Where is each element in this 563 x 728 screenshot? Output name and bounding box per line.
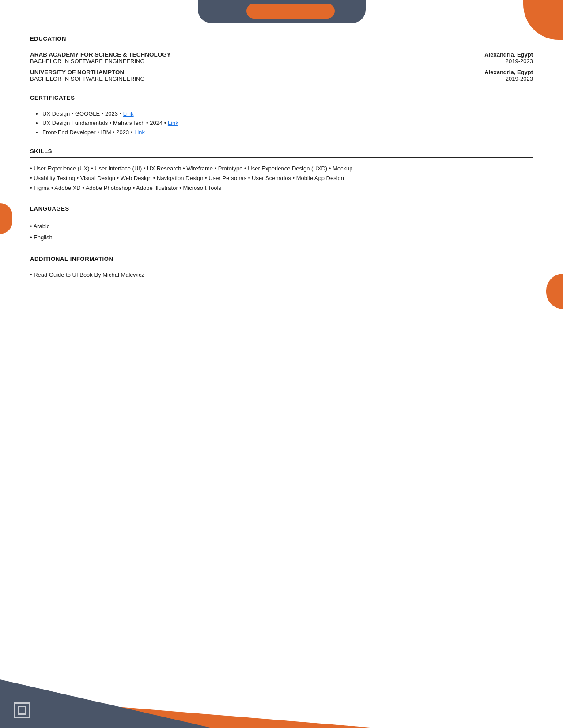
right-accent xyxy=(546,274,563,309)
top-right-corner xyxy=(523,0,563,40)
edu-entry-2: UNIVERSITY OF NORTHAMPTON BACHELOR IN SO… xyxy=(30,69,533,82)
edu-years-1: 2019-2023 xyxy=(484,58,533,64)
education-divider xyxy=(30,45,533,45)
skills-text: • User Experience (UX) • User Interface … xyxy=(30,164,533,193)
bottom-dark-triangle xyxy=(0,679,212,728)
languages-divider xyxy=(30,215,533,215)
edu-school-2: UNIVERSITY OF NORTHAMPTON xyxy=(30,69,145,75)
cert-text-1: UX Design • GOOGLE • 2023 • xyxy=(42,110,123,117)
skills-line-3: • Figma • Adobe XD • Adobe Photoshop • A… xyxy=(30,183,533,193)
edu-left-1: ARAB ACADEMY FOR SCIENCE & TECHNOLOGY BA… xyxy=(30,51,171,64)
skills-line-2: • Usability Testing • Visual Design • We… xyxy=(30,174,533,183)
bottom-icon-left xyxy=(14,702,30,718)
additional-title: ADDITIONAL INFORMATION xyxy=(30,256,533,262)
languages-title: LANGUAGES xyxy=(30,205,533,212)
lang-english: • English xyxy=(30,232,533,243)
skills-title: SKILLS xyxy=(30,148,533,155)
edu-location-2: Alexandria, Egypt xyxy=(484,69,533,75)
cert-text-2: UX Design Fundamentals • MaharaTech • 20… xyxy=(42,120,168,126)
edu-right-2: Alexandria, Egypt 2019-2023 xyxy=(484,69,533,82)
edu-right-1: Alexandria, Egypt 2019-2023 xyxy=(484,51,533,64)
certificates-section: CERTIFICATES UX Design • GOOGLE • 2023 •… xyxy=(30,94,533,136)
skills-divider xyxy=(30,157,533,158)
edu-location-1: Alexandria, Egypt xyxy=(484,51,533,58)
education-section: EDUCATION ARAB ACADEMY FOR SCIENCE & TEC… xyxy=(30,35,533,82)
edu-school-1: ARAB ACADEMY FOR SCIENCE & TECHNOLOGY xyxy=(30,51,171,58)
languages-section: LANGUAGES • Arabic • English xyxy=(30,205,533,243)
lang-arabic: • Arabic xyxy=(30,221,533,232)
languages-text: • Arabic • English xyxy=(30,221,533,243)
additional-item-1: • Read Guide to UI Book By Michał Malewi… xyxy=(30,272,533,278)
left-accent xyxy=(0,203,12,234)
edu-entry-1: ARAB ACADEMY FOR SCIENCE & TECHNOLOGY BA… xyxy=(30,51,533,64)
cert-link-1[interactable]: Link xyxy=(123,110,134,117)
cert-link-3[interactable]: Link xyxy=(134,129,145,136)
cert-text-3: Front-End Developer • IBM • 2023 • xyxy=(42,129,134,136)
edu-degree-1: BACHELOR IN SOFTWARE ENGINEERING xyxy=(30,58,171,64)
resume-content: EDUCATION ARAB ACADEMY FOR SCIENCE & TEC… xyxy=(30,35,533,278)
certificates-title: CERTIFICATES xyxy=(30,94,533,101)
skills-line-1: • User Experience (UX) • User Interface … xyxy=(30,164,533,174)
education-title: EDUCATION xyxy=(30,35,533,42)
cert-item-3: Front-End Developer • IBM • 2023 • Link xyxy=(42,129,533,136)
edu-left-2: UNIVERSITY OF NORTHAMPTON BACHELOR IN SO… xyxy=(30,69,145,82)
cert-item-1: UX Design • GOOGLE • 2023 • Link xyxy=(42,110,533,117)
edu-degree-2: BACHELOR IN SOFTWARE ENGINEERING xyxy=(30,75,145,82)
additional-section: ADDITIONAL INFORMATION • Read Guide to U… xyxy=(30,256,533,278)
bottom-icon-right xyxy=(506,697,523,715)
skills-section: SKILLS • User Experience (UX) • User Int… xyxy=(30,148,533,193)
top-bar-orange xyxy=(246,4,335,19)
additional-text: • Read Guide to UI Book By Michał Malewi… xyxy=(30,272,533,278)
cert-link-2[interactable]: Link xyxy=(168,120,178,126)
additional-divider xyxy=(30,265,533,265)
certificates-list: UX Design • GOOGLE • 2023 • Link UX Desi… xyxy=(30,110,533,136)
certificates-divider xyxy=(30,104,533,104)
edu-years-2: 2019-2023 xyxy=(484,75,533,82)
cert-item-2: UX Design Fundamentals • MaharaTech • 20… xyxy=(42,120,533,126)
